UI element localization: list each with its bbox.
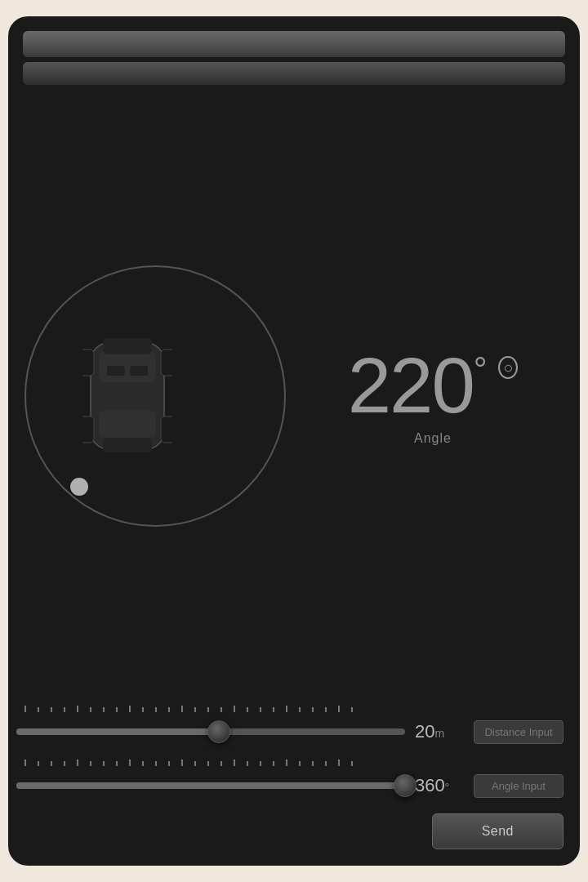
svg-rect-46 <box>142 761 144 766</box>
distance-slider-row: 20m <box>16 717 564 746</box>
svg-rect-49 <box>181 760 183 766</box>
dial-indicator-dot <box>70 478 88 496</box>
sub-bar[interactable] <box>23 62 565 85</box>
svg-rect-48 <box>168 761 170 766</box>
svg-rect-18 <box>116 707 118 712</box>
svg-rect-50 <box>194 761 196 766</box>
angle-slider-container[interactable] <box>16 771 405 800</box>
svg-rect-42 <box>90 761 91 766</box>
svg-rect-52 <box>220 761 222 766</box>
svg-rect-10 <box>130 366 148 376</box>
svg-rect-1 <box>99 351 156 382</box>
svg-rect-29 <box>260 707 261 712</box>
dial-container[interactable] <box>16 257 294 535</box>
svg-rect-51 <box>207 761 209 766</box>
app-container: 220 ° ○ Angle // This won't execute in S… <box>8 16 580 866</box>
angle-slider-track <box>16 782 405 789</box>
svg-rect-6 <box>161 350 172 376</box>
svg-rect-55 <box>260 761 261 766</box>
svg-rect-34 <box>325 707 327 712</box>
svg-rect-36 <box>351 707 353 712</box>
svg-rect-4 <box>103 438 152 452</box>
svg-rect-19 <box>129 706 131 712</box>
svg-rect-20 <box>142 707 144 712</box>
angle-slider-thumb[interactable] <box>394 774 416 797</box>
distance-ruler: // This won't execute in SVG context, we… <box>16 699 564 714</box>
send-button[interactable]: Send <box>432 813 564 849</box>
svg-rect-21 <box>155 707 157 712</box>
svg-rect-56 <box>273 761 274 766</box>
svg-rect-47 <box>155 761 157 766</box>
distance-slider-fill <box>16 728 219 735</box>
svg-rect-22 <box>168 707 170 712</box>
svg-rect-15 <box>77 706 78 712</box>
distance-value: 20m <box>415 721 464 742</box>
svg-rect-40 <box>64 761 65 766</box>
angle-slider-fill <box>16 782 405 789</box>
angle-ruler <box>16 753 564 768</box>
svg-rect-16 <box>90 707 91 712</box>
svg-rect-27 <box>234 706 235 712</box>
svg-rect-11 <box>24 706 26 712</box>
angle-display: 220 ° ○ Angle <box>294 346 564 446</box>
svg-rect-31 <box>286 706 287 712</box>
svg-rect-28 <box>247 707 248 712</box>
svg-rect-8 <box>161 416 172 443</box>
svg-rect-17 <box>103 707 105 712</box>
angle-input[interactable] <box>474 774 564 798</box>
svg-rect-35 <box>338 706 340 712</box>
svg-rect-60 <box>325 761 327 766</box>
send-button-row: Send <box>16 813 564 849</box>
svg-rect-5 <box>82 350 94 376</box>
menu-bar[interactable] <box>23 31 565 57</box>
svg-rect-53 <box>234 760 235 766</box>
svg-rect-45 <box>129 760 131 766</box>
svg-rect-61 <box>338 760 340 766</box>
angle-label: Angle <box>414 431 452 446</box>
svg-rect-43 <box>103 761 105 766</box>
svg-rect-33 <box>312 707 314 712</box>
svg-rect-25 <box>207 707 209 712</box>
svg-rect-13 <box>51 707 52 712</box>
svg-rect-62 <box>351 761 353 766</box>
svg-rect-54 <box>247 761 248 766</box>
svg-rect-32 <box>299 707 301 712</box>
svg-rect-38 <box>38 761 39 766</box>
angle-value: 220 <box>348 346 474 425</box>
svg-rect-57 <box>286 760 287 766</box>
distance-input[interactable] <box>474 720 564 744</box>
main-content: 220 ° ○ Angle // This won't execute in S… <box>8 85 580 866</box>
angle-unit: ° ○ <box>474 353 519 387</box>
svg-rect-7 <box>82 416 94 443</box>
svg-rect-23 <box>181 706 183 712</box>
svg-rect-26 <box>220 707 222 712</box>
svg-rect-2 <box>99 410 156 438</box>
svg-rect-30 <box>273 707 274 712</box>
viz-area: 220 ° ○ Angle <box>8 85 580 691</box>
car-icon <box>82 327 172 466</box>
angle-value-display: 360° <box>415 775 464 796</box>
svg-rect-14 <box>64 707 65 712</box>
svg-rect-9 <box>107 366 125 376</box>
svg-rect-39 <box>51 761 52 766</box>
svg-rect-59 <box>312 761 314 766</box>
svg-rect-58 <box>299 761 301 766</box>
svg-rect-12 <box>38 707 39 712</box>
svg-rect-3 <box>103 338 152 354</box>
angle-slider-row: 360° <box>16 771 564 800</box>
svg-rect-37 <box>24 760 26 766</box>
distance-slider-container[interactable] <box>16 717 405 746</box>
controls-area: // This won't execute in SVG context, we… <box>8 691 580 866</box>
svg-rect-44 <box>116 761 118 766</box>
svg-rect-41 <box>77 760 78 766</box>
svg-rect-24 <box>194 707 196 712</box>
distance-slider-thumb[interactable] <box>207 720 230 743</box>
